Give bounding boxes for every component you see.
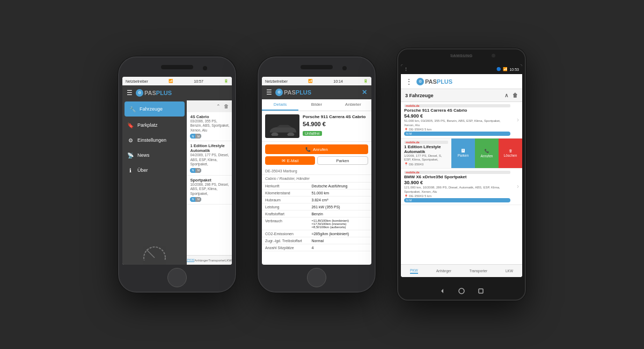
car-list-item-2[interactable]: Sportpaket 10/2008, 286 PS, Diesel, ABS,… — [187, 176, 232, 205]
detail-category: Cabrio / Roadster, Händler — [262, 175, 371, 183]
delete-icon[interactable]: 🗑 — [224, 104, 229, 109]
android-time: 10:53 — [509, 68, 519, 71]
tab-bilder[interactable]: Bilder — [298, 99, 335, 111]
tab-anhaenger-1[interactable]: Anhänger — [194, 259, 208, 262]
condition-badge: Unfallfrei — [303, 131, 322, 136]
car-list-item-1[interactable]: 1 Edition Lifestyle Automatik 04/2009, 1… — [187, 141, 232, 175]
close-button[interactable]: ✕ — [362, 89, 367, 96]
three-dots-icon[interactable]: ⋮ — [405, 77, 413, 86]
bottom-tabs-1: PKW Anhänger Transporter LKW — [187, 255, 232, 265]
btn-row: ✉ E-Mail Parken — [265, 156, 368, 165]
android-car-location-1: 📍 DE-35043 — [404, 162, 448, 166]
collapse-icon[interactable]: ∧ — [504, 92, 508, 98]
news-label: News — [137, 152, 150, 158]
screen-2: Netzbetreiber 📶 10:14 🔋 ☰ ⚙ PASPLUS ✕ De… — [262, 77, 371, 265]
android-car-price-0: 54.900 € — [404, 113, 510, 119]
android-car-left-2: mobile.de BMW X6 xDrive35d Sportpaket 30… — [401, 169, 514, 205]
screen-3: ⋮ 🔵 📶 10:53 ⋮ ⚙ PASPLUS 3 Fahrzeuge ∧ 🗑 — [401, 64, 522, 277]
svg-point-0 — [144, 247, 165, 260]
android-tab-pkw[interactable]: PKW — [410, 268, 418, 274]
bt-icon: 🔵 — [496, 67, 501, 71]
call-swipe-icon: 📞 — [485, 149, 489, 153]
toggle-2[interactable]: NM — [190, 197, 201, 202]
android-car-item-2[interactable]: mobile.de BMW X6 xDrive35d Sportpaket 30… — [401, 169, 522, 205]
android-tab-anhaenger[interactable]: Anhänger — [436, 269, 451, 273]
spec-row-5: Verbrauch =11,8l/100km (kombiniert) =17,… — [262, 217, 371, 230]
logo-text-2: PASPLUS — [284, 89, 311, 96]
logo-2: ⚙ PASPLUS — [275, 89, 311, 96]
menu-item-ueber[interactable]: ℹ Über — [122, 163, 187, 178]
section-title: 3 Fahrzeuge — [405, 93, 434, 98]
android-toggle-2[interactable]: N M — [404, 198, 510, 202]
car-specs-0: 03/2006, 355 PS, Benzin, ABS, Sportpaket… — [190, 119, 230, 133]
hamburger-icon[interactable]: ☰ — [127, 89, 133, 97]
car-image — [265, 114, 299, 138]
menu-item-news[interactable]: 📡 News — [122, 148, 187, 163]
einstellungen-icon: ⚙ — [127, 136, 134, 144]
delete-section-icon[interactable]: 🗑 — [513, 92, 518, 98]
spec-row-6: CO2-Emissionen =285g/km (kombiniert) — [262, 230, 371, 237]
svg-point-3 — [287, 132, 294, 136]
android-car-title-0: Porsche 911 Carrera 4S Cabrio — [404, 108, 510, 113]
android-car-left-1: mobile.de 1 Edition Lifestyle Automatik … — [401, 139, 451, 169]
android-bottom-tabs: PKW Anhänger Transporter LKW — [401, 264, 522, 277]
home-button-2[interactable] — [307, 268, 326, 287]
swipe-delete[interactable]: 🗑 Löschen — [499, 139, 522, 169]
logo-1: ⚙ PASPLUS — [136, 89, 172, 97]
android-nav-bar — [398, 287, 525, 295]
email-button[interactable]: ✉ E-Mail — [265, 156, 315, 165]
samsung-brand: SAMSUNG — [450, 54, 473, 57]
android-car-specs-0: 51.000 km, 03/2005, 355 PS, Benzin, ABS,… — [404, 119, 510, 128]
detail-header: ☰ ⚙ PASPLUS ✕ — [262, 85, 371, 99]
toggle-0[interactable]: NM — [190, 134, 201, 139]
tab-transporter-1[interactable]: Transporter — [208, 259, 225, 262]
android-car-location-2: 📍 DE-35043 5 km — [404, 194, 510, 198]
back-icon[interactable]: ☰ — [266, 89, 272, 96]
wifi-icon-2: 📶 — [308, 79, 313, 83]
logo-3: ⚙ PASPLUS — [416, 78, 452, 85]
front-camera — [492, 54, 495, 57]
tab-lkw-1[interactable]: LKW — [225, 259, 232, 262]
android-car-left-0: mobile.de Porsche 911 Carrera 4S Cabrio … — [401, 102, 514, 138]
svg-point-5 — [459, 288, 464, 294]
toggle-1[interactable]: NM — [190, 168, 201, 173]
menu-item-einstellungen[interactable]: ⚙ Einstellungen — [122, 133, 187, 148]
tab-details[interactable]: Details — [262, 99, 298, 111]
park-button[interactable]: Parken — [317, 156, 368, 165]
parkplatz-icon: 🔖 — [127, 121, 134, 129]
fahrzeuge-icon: 🔧 — [129, 105, 136, 113]
source-badge-2: mobile.de — [404, 171, 510, 174]
home-button-1[interactable] — [167, 268, 187, 287]
android-tab-transporter[interactable]: Transporter — [470, 269, 487, 273]
car-price: 54.900 € — [303, 121, 368, 127]
swipe-call[interactable]: 📞 Anrufen — [475, 139, 499, 169]
logo-icon-3: ⚙ — [416, 78, 424, 85]
android-status-bar: ⋮ 🔵 📶 10:53 — [401, 64, 522, 74]
iphone-2: Netzbetreiber 📶 10:14 🔋 ☰ ⚙ PASPLUS ✕ De… — [258, 56, 376, 293]
tab-anbieter[interactable]: Anbieter — [335, 99, 371, 111]
logo-icon-2: ⚙ — [275, 89, 283, 96]
svg-point-2 — [271, 132, 278, 136]
menu-item-fahrzeuge[interactable]: 🔧 Fahrzeuge — [125, 101, 185, 117]
sort-icon[interactable]: ⌃ — [216, 104, 221, 109]
status-bar-2: Netzbetreiber 📶 10:14 🔋 — [262, 77, 371, 85]
call-button[interactable]: 📞 Anrufen — [265, 144, 368, 154]
car-list-item-0[interactable]: 4S Cabrio 03/2006, 355 PS, Benzin, ABS, … — [187, 112, 232, 141]
android-toggle-0[interactable]: N M — [404, 132, 510, 136]
android-car-item-0[interactable]: mobile.de Porsche 911 Carrera 4S Cabrio … — [401, 102, 522, 139]
fahrzeuge-label: Fahrzeuge — [140, 106, 163, 112]
menu-item-parkplatz[interactable]: 🔖 Parkplatz — [122, 118, 187, 133]
swipe-park[interactable]: 🅿 Parken — [451, 139, 475, 169]
spec-row-1: Kilometerstand 51.000 km — [262, 190, 371, 197]
back-btn[interactable] — [438, 287, 447, 295]
phone-icon: 📞 — [305, 147, 311, 152]
tab-pkw-1[interactable]: PKW — [187, 258, 194, 262]
battery-icon-1: 🔋 — [224, 79, 229, 83]
carrier-1: Netzbetreiber — [126, 79, 148, 83]
spec-row-0: Herkunft Deutsche Ausführung — [262, 183, 371, 190]
recents-btn[interactable] — [477, 287, 485, 295]
android-car-item-1[interactable]: mobile.de 1 Edition Lifestyle Automatik … — [401, 139, 522, 169]
spec-row-2: Hubraum 3.824 cm³ — [262, 197, 371, 203]
android-tab-lkw[interactable]: LKW — [506, 269, 513, 273]
home-btn-android[interactable] — [457, 287, 466, 295]
